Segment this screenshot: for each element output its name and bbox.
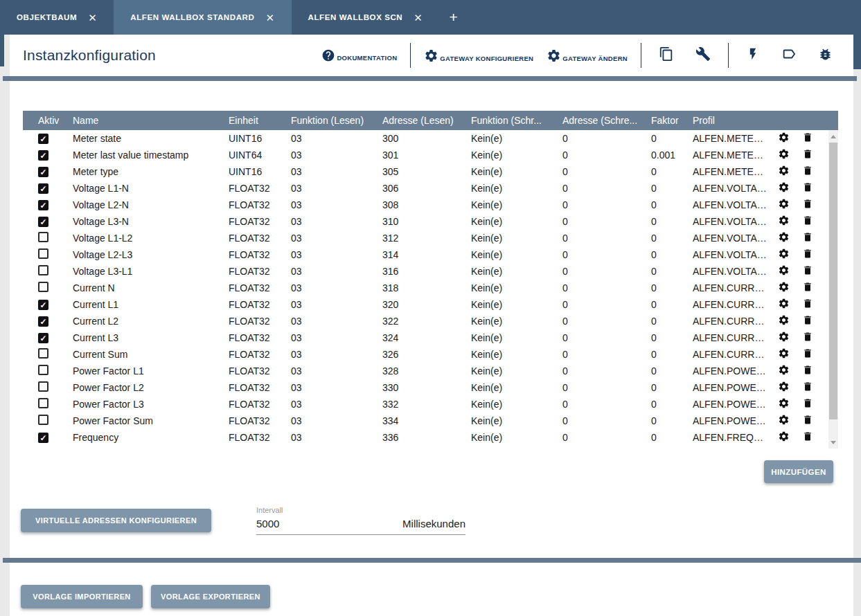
toolbar: DOKUMENTATION GATEWAY KONFIGURIEREN GATE… [321,43,837,68]
row-settings-gear-icon[interactable] [778,347,790,359]
row-settings-gear-icon[interactable] [778,148,790,160]
gear-icon [547,48,561,63]
cell-funktion-schreiben: Kein(e) [471,266,562,277]
row-active-checkbox[interactable]: ✓ [38,150,48,161]
close-icon[interactable]: ✕ [88,12,97,23]
row-delete-trash-icon[interactable] [802,381,813,392]
cell-funktion-schreiben: Kein(e) [471,299,562,310]
row-settings-gear-icon[interactable] [778,215,790,226]
row-active-checkbox[interactable] [38,348,48,359]
row-delete-trash-icon[interactable] [802,264,813,276]
row-active-checkbox[interactable]: ✓ [38,200,48,210]
row-active-checkbox[interactable] [38,282,48,292]
row-settings-gear-icon[interactable] [778,281,790,293]
row-active-checkbox[interactable]: ✓ [38,333,48,343]
row-settings-gear-icon[interactable] [778,331,790,343]
template-actions-panel: VORLAGE IMPORTIEREN VORLAGE EXPORTIEREN [10,563,853,616]
row-active-checkbox[interactable]: ✓ [38,167,48,177]
row-settings-gear-icon[interactable] [778,414,790,426]
cell-faktor: 0 [651,332,693,343]
row-delete-trash-icon[interactable] [802,165,813,176]
row-delete-trash-icon[interactable] [802,314,813,326]
row-active-checkbox[interactable]: ✓ [38,433,48,443]
row-delete-trash-icon[interactable] [802,281,813,293]
import-template-button[interactable]: VORLAGE IMPORTIEREN [21,585,143,608]
row-settings-gear-icon[interactable] [778,264,790,276]
row-active-checkbox[interactable] [38,232,48,242]
cell-einheit: FLOAT32 [229,216,291,227]
row-active-checkbox[interactable]: ✓ [38,300,48,310]
row-active-checkbox[interactable]: ✓ [38,316,48,327]
new-tab-button[interactable]: + [439,0,467,35]
row-delete-trash-icon[interactable] [802,132,813,143]
row-delete-trash-icon[interactable] [802,364,813,376]
close-icon[interactable]: ✕ [265,12,274,23]
cell-name: Power Factor L2 [73,382,229,393]
cell-profil: ALFEN.VOLTA… [693,233,778,244]
row-settings-gear-icon[interactable] [778,132,790,143]
row-active-checkbox[interactable] [38,265,48,275]
row-delete-trash-icon[interactable] [802,347,813,359]
close-icon[interactable]: ✕ [414,12,423,23]
copy-button[interactable] [655,46,678,64]
row-settings-gear-icon[interactable] [778,397,790,409]
row-active-checkbox[interactable]: ✓ [38,217,48,227]
row-active-checkbox[interactable] [38,398,48,408]
row-delete-trash-icon[interactable] [802,231,813,243]
documentation-button[interactable]: DOKUMENTATION [321,48,397,62]
gateway-change-button[interactable]: GATEWAY ÄNDERN [547,48,628,63]
row-active-checkbox[interactable] [38,248,48,259]
row-delete-trash-icon[interactable] [802,215,813,226]
row-settings-gear-icon[interactable] [778,298,790,309]
power-button[interactable] [742,47,764,64]
row-settings-gear-icon[interactable] [778,314,790,326]
gateway-configure-button[interactable]: GATEWAY KONFIGURIEREN [424,48,533,63]
scroll-up-arrow-icon[interactable] [828,132,838,141]
cell-einheit: FLOAT32 [229,266,291,277]
tag-button[interactable] [777,46,801,64]
row-delete-trash-icon[interactable] [802,198,813,210]
scroll-down-arrow-icon[interactable] [828,437,838,447]
table-scrollbar[interactable] [828,130,838,449]
table-row: ✓ Meter last value timestamp UINT64 03 3… [23,147,828,163]
tab-alfen-wallbox-scn[interactable]: ALFEN WALLBOX SCN ✕ [292,0,440,35]
row-settings-gear-icon[interactable] [778,181,790,193]
row-delete-trash-icon[interactable] [802,431,813,442]
row-settings-gear-icon[interactable] [778,198,790,210]
cell-adresse-lesen: 328 [382,365,471,377]
row-settings-gear-icon[interactable] [778,431,790,442]
row-active-checkbox[interactable] [38,365,48,375]
cell-profil: ALFEN.POWE… [693,382,778,393]
interval-input[interactable]: 5000 [256,518,279,529]
row-settings-gear-icon[interactable] [778,364,790,376]
row-active-checkbox[interactable]: ✓ [38,134,48,144]
export-template-button[interactable]: VORLAGE EXPORTIEREN [151,585,270,608]
row-active-checkbox[interactable] [38,381,48,392]
row-delete-trash-icon[interactable] [802,298,813,309]
cell-adresse-schreiben: 0 [562,282,651,293]
row-delete-trash-icon[interactable] [802,248,813,260]
tab-objektbaum[interactable]: OBJEKTBAUM ✕ [0,0,114,35]
scrollbar-thumb[interactable] [829,143,837,419]
row-delete-trash-icon[interactable] [802,181,813,193]
tools-button[interactable] [691,46,715,64]
row-active-checkbox[interactable]: ✓ [38,183,48,194]
row-settings-gear-icon[interactable] [778,381,790,392]
row-settings-gear-icon[interactable] [778,248,790,260]
register-table: Aktiv Name Einheit Funktion (Lesen) Adre… [23,111,838,449]
debug-button[interactable] [814,47,837,64]
tab-alfen-wallbox-standard[interactable]: ALFEN WALLBOX STANDARD ✕ [114,0,291,35]
instance-configuration-panel: Aktiv Name Einheit Funktion (Lesen) Adre… [10,81,853,558]
row-settings-gear-icon[interactable] [778,231,790,243]
row-delete-trash-icon[interactable] [802,331,813,343]
add-button[interactable]: HINZUFÜGEN [764,460,833,483]
cell-name: Voltage L3-N [73,216,229,227]
table-row: ✓ Current L3 FLOAT32 03 324 Kein(e) 0 0 … [23,329,828,346]
row-active-checkbox[interactable] [38,415,48,425]
cell-adresse-schreiben: 0 [562,233,651,244]
configure-virtual-addresses-button[interactable]: VIRTUELLE ADRESSEN KONFIGURIEREN [21,509,211,532]
row-settings-gear-icon[interactable] [778,165,790,176]
row-delete-trash-icon[interactable] [802,414,813,426]
row-delete-trash-icon[interactable] [802,148,813,160]
row-delete-trash-icon[interactable] [802,397,813,409]
